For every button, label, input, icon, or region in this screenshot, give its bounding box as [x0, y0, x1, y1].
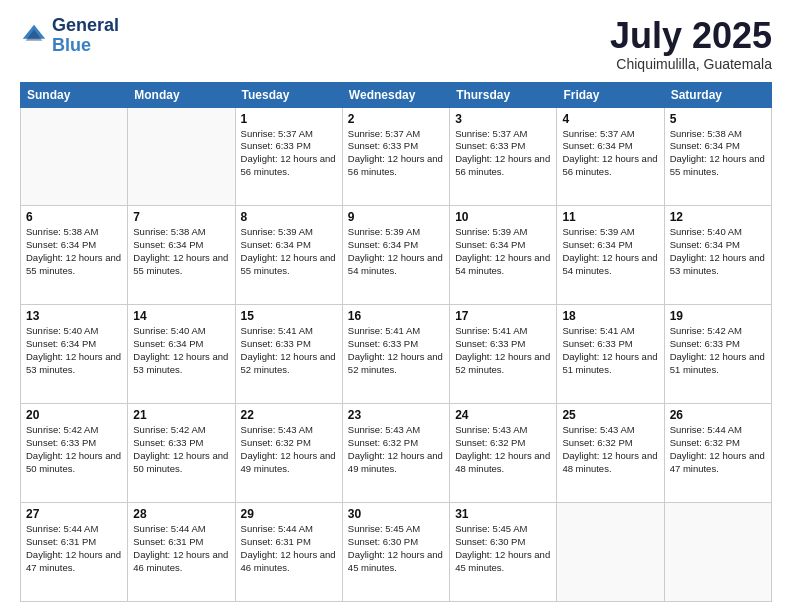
day-info: Sunrise: 5:44 AMSunset: 6:32 PMDaylight:… — [670, 424, 766, 475]
day-info: Sunrise: 5:41 AMSunset: 6:33 PMDaylight:… — [455, 325, 551, 376]
day-number: 5 — [670, 112, 766, 126]
day-info: Sunrise: 5:39 AMSunset: 6:34 PMDaylight:… — [348, 226, 444, 277]
table-row: 24Sunrise: 5:43 AMSunset: 6:32 PMDayligh… — [450, 404, 557, 503]
table-row: 9Sunrise: 5:39 AMSunset: 6:34 PMDaylight… — [342, 206, 449, 305]
day-info: Sunrise: 5:43 AMSunset: 6:32 PMDaylight:… — [241, 424, 337, 475]
day-number: 2 — [348, 112, 444, 126]
table-row — [128, 107, 235, 206]
calendar-week-row: 6Sunrise: 5:38 AMSunset: 6:34 PMDaylight… — [21, 206, 772, 305]
day-number: 1 — [241, 112, 337, 126]
day-info: Sunrise: 5:39 AMSunset: 6:34 PMDaylight:… — [241, 226, 337, 277]
table-row: 18Sunrise: 5:41 AMSunset: 6:33 PMDayligh… — [557, 305, 664, 404]
day-number: 12 — [670, 210, 766, 224]
day-number: 20 — [26, 408, 122, 422]
day-number: 21 — [133, 408, 229, 422]
title-block: July 2025 Chiquimulilla, Guatemala — [610, 16, 772, 72]
day-number: 26 — [670, 408, 766, 422]
day-info: Sunrise: 5:42 AMSunset: 6:33 PMDaylight:… — [26, 424, 122, 475]
day-info: Sunrise: 5:42 AMSunset: 6:33 PMDaylight:… — [670, 325, 766, 376]
day-info: Sunrise: 5:45 AMSunset: 6:30 PMDaylight:… — [455, 523, 551, 574]
table-row: 5Sunrise: 5:38 AMSunset: 6:34 PMDaylight… — [664, 107, 771, 206]
calendar-week-row: 1Sunrise: 5:37 AMSunset: 6:33 PMDaylight… — [21, 107, 772, 206]
day-info: Sunrise: 5:37 AMSunset: 6:34 PMDaylight:… — [562, 128, 658, 179]
day-info: Sunrise: 5:44 AMSunset: 6:31 PMDaylight:… — [26, 523, 122, 574]
col-thursday: Thursday — [450, 82, 557, 107]
logo-text: General Blue — [52, 16, 119, 56]
logo-line1: General — [52, 16, 119, 36]
table-row: 15Sunrise: 5:41 AMSunset: 6:33 PMDayligh… — [235, 305, 342, 404]
table-row: 27Sunrise: 5:44 AMSunset: 6:31 PMDayligh… — [21, 503, 128, 602]
day-number: 13 — [26, 309, 122, 323]
day-number: 16 — [348, 309, 444, 323]
day-number: 6 — [26, 210, 122, 224]
table-row — [557, 503, 664, 602]
day-number: 11 — [562, 210, 658, 224]
location-subtitle: Chiquimulilla, Guatemala — [610, 56, 772, 72]
day-info: Sunrise: 5:43 AMSunset: 6:32 PMDaylight:… — [455, 424, 551, 475]
day-number: 23 — [348, 408, 444, 422]
calendar-week-row: 13Sunrise: 5:40 AMSunset: 6:34 PMDayligh… — [21, 305, 772, 404]
day-number: 4 — [562, 112, 658, 126]
day-info: Sunrise: 5:41 AMSunset: 6:33 PMDaylight:… — [241, 325, 337, 376]
table-row: 16Sunrise: 5:41 AMSunset: 6:33 PMDayligh… — [342, 305, 449, 404]
day-number: 8 — [241, 210, 337, 224]
day-number: 29 — [241, 507, 337, 521]
table-row: 14Sunrise: 5:40 AMSunset: 6:34 PMDayligh… — [128, 305, 235, 404]
table-row: 8Sunrise: 5:39 AMSunset: 6:34 PMDaylight… — [235, 206, 342, 305]
day-info: Sunrise: 5:43 AMSunset: 6:32 PMDaylight:… — [562, 424, 658, 475]
table-row: 7Sunrise: 5:38 AMSunset: 6:34 PMDaylight… — [128, 206, 235, 305]
col-sunday: Sunday — [21, 82, 128, 107]
col-saturday: Saturday — [664, 82, 771, 107]
col-friday: Friday — [557, 82, 664, 107]
day-number: 27 — [26, 507, 122, 521]
day-info: Sunrise: 5:39 AMSunset: 6:34 PMDaylight:… — [562, 226, 658, 277]
table-row: 19Sunrise: 5:42 AMSunset: 6:33 PMDayligh… — [664, 305, 771, 404]
day-info: Sunrise: 5:39 AMSunset: 6:34 PMDaylight:… — [455, 226, 551, 277]
day-number: 15 — [241, 309, 337, 323]
table-row: 21Sunrise: 5:42 AMSunset: 6:33 PMDayligh… — [128, 404, 235, 503]
day-info: Sunrise: 5:37 AMSunset: 6:33 PMDaylight:… — [455, 128, 551, 179]
table-row: 2Sunrise: 5:37 AMSunset: 6:33 PMDaylight… — [342, 107, 449, 206]
day-number: 18 — [562, 309, 658, 323]
day-info: Sunrise: 5:45 AMSunset: 6:30 PMDaylight:… — [348, 523, 444, 574]
day-info: Sunrise: 5:37 AMSunset: 6:33 PMDaylight:… — [348, 128, 444, 179]
day-info: Sunrise: 5:38 AMSunset: 6:34 PMDaylight:… — [670, 128, 766, 179]
table-row: 31Sunrise: 5:45 AMSunset: 6:30 PMDayligh… — [450, 503, 557, 602]
day-number: 3 — [455, 112, 551, 126]
table-row: 6Sunrise: 5:38 AMSunset: 6:34 PMDaylight… — [21, 206, 128, 305]
day-number: 25 — [562, 408, 658, 422]
col-monday: Monday — [128, 82, 235, 107]
table-row: 10Sunrise: 5:39 AMSunset: 6:34 PMDayligh… — [450, 206, 557, 305]
table-row: 4Sunrise: 5:37 AMSunset: 6:34 PMDaylight… — [557, 107, 664, 206]
logo: General Blue — [20, 16, 119, 56]
header: General Blue July 2025 Chiquimulilla, Gu… — [20, 16, 772, 72]
table-row: 11Sunrise: 5:39 AMSunset: 6:34 PMDayligh… — [557, 206, 664, 305]
day-info: Sunrise: 5:41 AMSunset: 6:33 PMDaylight:… — [348, 325, 444, 376]
logo-line2: Blue — [52, 35, 91, 55]
day-info: Sunrise: 5:44 AMSunset: 6:31 PMDaylight:… — [241, 523, 337, 574]
day-info: Sunrise: 5:44 AMSunset: 6:31 PMDaylight:… — [133, 523, 229, 574]
table-row: 20Sunrise: 5:42 AMSunset: 6:33 PMDayligh… — [21, 404, 128, 503]
day-info: Sunrise: 5:43 AMSunset: 6:32 PMDaylight:… — [348, 424, 444, 475]
table-row: 17Sunrise: 5:41 AMSunset: 6:33 PMDayligh… — [450, 305, 557, 404]
day-number: 28 — [133, 507, 229, 521]
day-info: Sunrise: 5:40 AMSunset: 6:34 PMDaylight:… — [133, 325, 229, 376]
day-info: Sunrise: 5:38 AMSunset: 6:34 PMDaylight:… — [133, 226, 229, 277]
day-number: 9 — [348, 210, 444, 224]
table-row: 28Sunrise: 5:44 AMSunset: 6:31 PMDayligh… — [128, 503, 235, 602]
table-row: 3Sunrise: 5:37 AMSunset: 6:33 PMDaylight… — [450, 107, 557, 206]
table-row: 22Sunrise: 5:43 AMSunset: 6:32 PMDayligh… — [235, 404, 342, 503]
table-row — [664, 503, 771, 602]
day-number: 30 — [348, 507, 444, 521]
day-number: 22 — [241, 408, 337, 422]
day-number: 19 — [670, 309, 766, 323]
calendar-week-row: 20Sunrise: 5:42 AMSunset: 6:33 PMDayligh… — [21, 404, 772, 503]
day-info: Sunrise: 5:40 AMSunset: 6:34 PMDaylight:… — [26, 325, 122, 376]
table-row: 30Sunrise: 5:45 AMSunset: 6:30 PMDayligh… — [342, 503, 449, 602]
page: General Blue July 2025 Chiquimulilla, Gu… — [0, 0, 792, 612]
table-row: 29Sunrise: 5:44 AMSunset: 6:31 PMDayligh… — [235, 503, 342, 602]
logo-icon — [20, 22, 48, 50]
day-number: 10 — [455, 210, 551, 224]
day-number: 14 — [133, 309, 229, 323]
calendar-header-row: Sunday Monday Tuesday Wednesday Thursday… — [21, 82, 772, 107]
